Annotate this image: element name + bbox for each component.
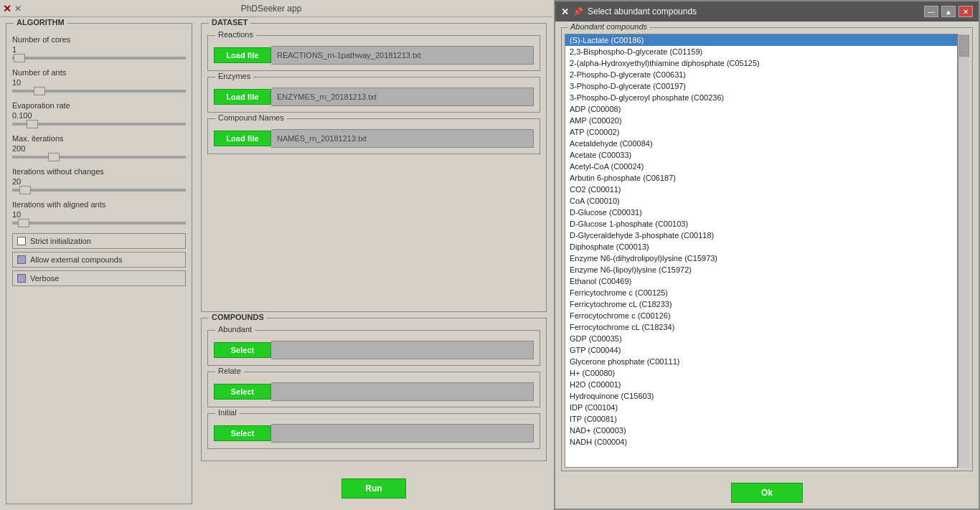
max-iter-thumb[interactable] [48, 153, 60, 161]
list-item[interactable]: D-Glucose 1-phosphate (C00103) [565, 218, 957, 230]
ants-label: Number of ants [12, 68, 186, 77]
compound-names-label: Compound Names [215, 113, 287, 122]
relate-row: Select [214, 382, 534, 401]
list-item[interactable]: 2-Phospho-D-glycerate (C00631) [565, 69, 957, 80]
list-item[interactable]: Acetaldehyde (C00084) [565, 138, 957, 149]
iter-nochange-slider[interactable] [12, 189, 186, 192]
list-item[interactable]: ADP (C00008) [565, 103, 957, 115]
cores-slider[interactable] [12, 57, 186, 60]
strict-init-checkbox[interactable] [17, 237, 26, 245]
relate-select-button[interactable]: Select [214, 384, 271, 400]
max-iter-value: 200 [12, 144, 186, 153]
list-item[interactable]: 3-Phospho-D-glyceroyl phosphate (C00236) [565, 92, 957, 103]
compound-list-scrollbar[interactable] [958, 34, 969, 468]
popup-content: Abundant compounds (S)-Lactate (C00186)2… [555, 22, 979, 477]
list-item[interactable]: Diphosphate (C00013) [565, 241, 957, 252]
verbose-checkbox[interactable] [17, 274, 26, 283]
param-iter-no-change: Iterations without changes 20 [12, 167, 186, 192]
list-item[interactable]: IDP (C00104) [565, 402, 957, 413]
dataset-panel: DATASET Reactions Load file REACTIONS_rn… [201, 23, 547, 312]
evap-slider[interactable] [12, 123, 186, 126]
main-content: ALGORITHM Number of cores 1 Number of an… [0, 17, 552, 510]
iter-aligned-slider[interactable] [12, 222, 186, 225]
list-item[interactable]: Ferricytochrome cL (C18233) [565, 298, 957, 310]
abundant-compounds-label: Abundant compounds [567, 22, 650, 31]
close-icon[interactable]: ✕ [3, 3, 11, 14]
iter-aligned-value: 10 [12, 210, 186, 219]
list-item[interactable]: Hydroquinone (C15603) [565, 390, 957, 402]
list-item[interactable]: H+ (C00080) [565, 367, 957, 379]
list-item[interactable]: D-Glucose (C00031) [565, 207, 957, 218]
iter-nochange-thumb[interactable] [19, 186, 31, 194]
list-item[interactable]: AMP (C00020) [565, 115, 957, 126]
reactions-row: Load file REACTIONS_rn-1pathway_20181213… [214, 46, 534, 65]
list-item[interactable]: (S)-Lactate (C00186) [565, 34, 957, 46]
allow-external-row[interactable]: Allow external compounds [12, 252, 186, 268]
abundant-section: Abundant Select [207, 330, 540, 366]
list-item[interactable]: D-Glyceraldehyde 3-phosphate (C00118) [565, 230, 957, 241]
ok-button[interactable]: Ok [731, 483, 803, 503]
list-item[interactable]: Acetate (C00033) [565, 149, 957, 161]
initial-label: Initial [215, 408, 240, 417]
right-panel: DATASET Reactions Load file REACTIONS_rn… [201, 23, 547, 504]
popup-pin-icon: 📌 [573, 7, 583, 16]
list-item[interactable]: Ferrocytochrome cL (C18234) [565, 321, 957, 333]
list-item[interactable]: Ferricytochrome c (C00125) [565, 287, 957, 298]
list-item[interactable]: Glycerone phosphate (C00111) [565, 356, 957, 367]
enzymes-file: ENZYMES_rn_20181213.txt [271, 88, 534, 106]
enzymes-load-button[interactable]: Load file [214, 89, 271, 105]
list-item[interactable]: GTP (C00044) [565, 344, 957, 356]
verbose-row[interactable]: Verbose [12, 270, 186, 286]
run-button[interactable]: Run [341, 478, 405, 499]
list-item[interactable]: 2-(alpha-Hydroxyethyl)thiamine diphospha… [565, 57, 957, 69]
list-item[interactable]: ATP (C00002) [565, 126, 957, 138]
list-item[interactable]: CoA (C00010) [565, 195, 957, 207]
cores-thumb[interactable] [14, 54, 25, 62]
popup-minimize-button[interactable]: — [924, 6, 938, 17]
ants-thumb[interactable] [34, 87, 45, 95]
list-item[interactable]: Ferrocytochrome c (C00126) [565, 310, 957, 321]
strict-init-row[interactable]: Strict initialization [12, 233, 186, 249]
scrollbar-thumb[interactable] [959, 35, 969, 57]
titlebar-icons-left: ✕ ✕ [3, 3, 22, 14]
list-item[interactable]: NAD+ (C00003) [565, 425, 957, 436]
reactions-section: Reactions Load file REACTIONS_rn-1pathwa… [207, 35, 540, 71]
minimize-icon[interactable]: ✕ [14, 4, 22, 14]
popup-maximize-button[interactable]: ▲ [941, 6, 956, 17]
reactions-file: REACTIONS_rn-1pathway_20181213.txt [271, 46, 534, 65]
list-item[interactable]: CO2 (C00011) [565, 184, 957, 195]
list-item[interactable]: Ethanol (C00469) [565, 275, 957, 287]
list-item[interactable]: GDP (C00035) [565, 333, 957, 344]
evap-thumb[interactable] [27, 120, 38, 128]
relate-section: Relate Select [207, 372, 540, 407]
ants-slider[interactable] [12, 90, 186, 93]
iter-aligned-thumb[interactable] [18, 219, 29, 227]
list-item[interactable]: ITP (C00081) [565, 413, 957, 425]
list-item[interactable]: 2,3-Bisphospho-D-glycerate (C01159) [565, 46, 957, 57]
list-item[interactable]: 3-Phospho-D-glycerate (C00197) [565, 80, 957, 92]
initial-select-button[interactable]: Select [214, 425, 271, 441]
list-item[interactable]: Arbutin 6-phosphate (C06187) [565, 172, 957, 184]
abundant-row: Select [214, 341, 534, 359]
popup-close-button[interactable]: ✕ [958, 6, 973, 17]
abundant-select-button[interactable]: Select [214, 342, 271, 358]
compound-names-row: Load file NAMES_rn_20181213.txt [214, 129, 534, 148]
iter-aligned-label: Iterations with aligned ants [12, 200, 186, 209]
list-item[interactable]: Enzyme N6-(dihydrolipoyl)lysine (C15973) [565, 252, 957, 264]
max-iter-slider[interactable] [12, 156, 186, 159]
allow-external-checkbox[interactable] [17, 255, 26, 264]
compounds-section: COMPOUNDS Abundant Select Relate Select [201, 318, 547, 461]
compound-names-load-button[interactable]: Load file [214, 131, 271, 146]
list-item[interactable]: H2O (C00001) [565, 379, 957, 390]
list-item[interactable]: NADH (C00004) [565, 436, 957, 448]
reactions-load-button[interactable]: Load file [214, 47, 271, 63]
compound-list[interactable]: (S)-Lactate (C00186)2,3-Bisphospho-D-gly… [565, 34, 958, 468]
list-item[interactable]: Enzyme N6-(lipoyl)lysine (C15972) [565, 264, 957, 275]
enzymes-label: Enzymes [215, 72, 253, 80]
iter-nochange-value: 20 [12, 177, 186, 186]
abundant-display [271, 341, 534, 359]
evap-value: 0.100 [12, 111, 186, 120]
compounds-label: COMPOUNDS [209, 313, 267, 321]
list-container: (S)-Lactate (C00186)2,3-Bisphospho-D-gly… [565, 34, 969, 468]
list-item[interactable]: Acetyl-CoA (C00024) [565, 161, 957, 172]
